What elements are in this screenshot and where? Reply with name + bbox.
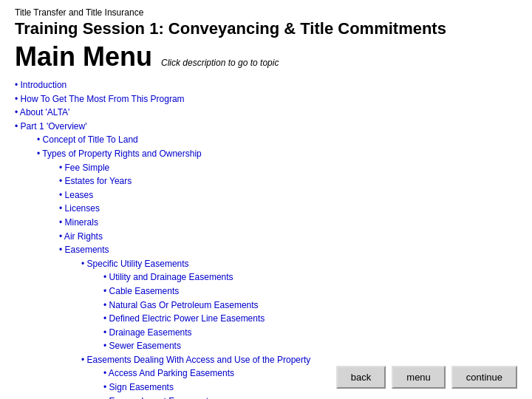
menu-item[interactable]: • Part 1 'Overview'	[15, 120, 517, 134]
menu-item[interactable]: • Easements	[59, 243, 517, 257]
menu-item[interactable]: • Defined Electric Power Line Easements	[103, 312, 517, 326]
main-menu-label: Main Menu	[15, 41, 152, 72]
menu-item[interactable]: • Sewer Easements	[103, 339, 517, 353]
menu-item[interactable]: • Licenses	[59, 202, 517, 216]
menu-item[interactable]: • Air Rights	[59, 230, 517, 244]
menu-item[interactable]: • Types of Property Rights and Ownership	[37, 147, 517, 161]
back-button[interactable]: back	[336, 366, 386, 389]
subtitle: Title Transfer and Title Insurance	[15, 7, 517, 18]
menu-item[interactable]: • Fee Simple	[59, 161, 517, 175]
menu-item[interactable]: • Introduction	[15, 78, 517, 92]
click-description: Click description to go to topic	[161, 58, 279, 68]
continue-button[interactable]: continue	[451, 366, 517, 389]
menu-item[interactable]: • Utility and Drainage Easements	[103, 270, 517, 284]
menu-item[interactable]: • How To Get The Most From This Program	[15, 92, 517, 106]
menu-item[interactable]: • Estates for Years	[59, 174, 517, 188]
menu-item[interactable]: • Concept of Title To Land	[37, 133, 517, 147]
menu-item[interactable]: • Minerals	[59, 216, 517, 230]
menu-item[interactable]: • Encroachment Easements	[103, 395, 517, 399]
menu-item[interactable]: • Leases	[59, 188, 517, 202]
menu-item[interactable]: • Natural Gas Or Petroleum Easements	[103, 299, 517, 313]
page-wrapper: Title Transfer and Title Insurance Train…	[0, 0, 532, 399]
menu-content: • Introduction• How To Get The Most From…	[15, 78, 517, 399]
menu-item[interactable]: • Specific Utility Easements	[81, 257, 517, 271]
menu-item[interactable]: • About 'ALTA'	[15, 106, 517, 120]
menu-item[interactable]: • Drainage Easements	[103, 326, 517, 340]
menu-item[interactable]: • Cable Easements	[103, 284, 517, 299]
menu-button[interactable]: menu	[392, 366, 446, 389]
main-menu-header: Main Menu Click description to go to top…	[15, 41, 517, 72]
menu-item[interactable]: • Easements Dealing With Access and Use …	[81, 353, 517, 367]
bottom-buttons: back menu continue	[336, 366, 517, 389]
page-title: Training Session 1: Conveyancing & Title…	[15, 19, 517, 38]
